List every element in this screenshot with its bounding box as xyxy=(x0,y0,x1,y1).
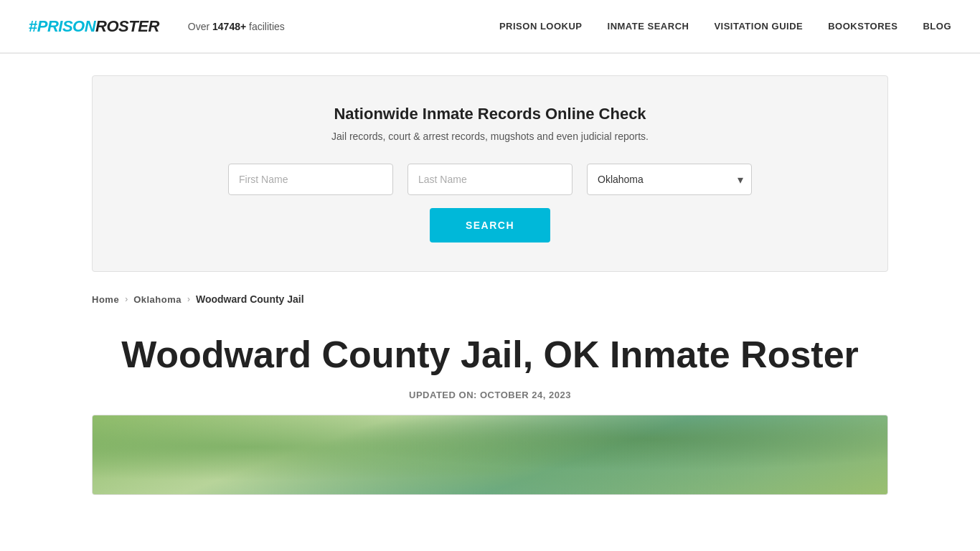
search-panel: Nationwide Inmate Records Online Check J… xyxy=(92,75,888,272)
site-header: #PRISONROSTER Over 14748+ facilities PRI… xyxy=(0,0,980,54)
nav-bookstores[interactable]: BOOKSTORES xyxy=(828,21,897,32)
breadcrumb-home[interactable]: Home xyxy=(92,294,119,305)
main-nav: PRISON LOOKUP INMATE SEARCH VISITATION G… xyxy=(499,21,951,32)
facility-image-card xyxy=(92,415,888,495)
facility-image-placeholder xyxy=(93,415,887,494)
updated-date: OCTOBER 24, 2023 xyxy=(480,390,571,400)
breadcrumb: Home › Oklahoma › Woodward County Jail xyxy=(92,293,888,305)
page-title: Woodward County Jail, OK Inmate Roster xyxy=(92,334,888,377)
breadcrumb-state[interactable]: Oklahoma xyxy=(133,294,182,305)
nav-prison-lookup[interactable]: PRISON LOOKUP xyxy=(499,21,583,32)
main-title-section: Woodward County Jail, OK Inmate Roster U… xyxy=(92,334,888,400)
nav-visitation-guide[interactable]: VISITATION GUIDE xyxy=(714,21,803,32)
facilities-count-text: Over 14748+ facilities xyxy=(188,21,285,32)
first-name-input[interactable] xyxy=(228,164,393,195)
breadcrumb-current: Woodward County Jail xyxy=(196,293,304,305)
search-panel-title: Nationwide Inmate Records Online Check xyxy=(136,105,844,123)
site-logo[interactable]: #PRISONROSTER xyxy=(29,17,159,36)
breadcrumb-separator-1: › xyxy=(125,294,128,304)
logo-roster: ROSTER xyxy=(95,17,159,36)
search-button[interactable]: SEARCH xyxy=(430,208,550,242)
search-row: SEARCH xyxy=(136,208,844,242)
state-select-wrapper: Oklahoma xyxy=(587,164,752,195)
updated-label: UPDATED ON: OCTOBER 24, 2023 xyxy=(92,390,888,400)
last-name-input[interactable] xyxy=(407,164,573,195)
logo-prison: PRISON xyxy=(37,17,95,36)
logo-hash: # xyxy=(29,17,37,36)
breadcrumb-separator-2: › xyxy=(187,294,190,304)
nav-inmate-search[interactable]: INMATE SEARCH xyxy=(608,21,689,32)
search-form: Oklahoma xyxy=(136,164,844,195)
nav-blog[interactable]: BLOG xyxy=(923,21,951,32)
state-select[interactable]: Oklahoma xyxy=(587,164,752,195)
search-panel-subtitle: Jail records, court & arrest records, mu… xyxy=(136,131,844,142)
